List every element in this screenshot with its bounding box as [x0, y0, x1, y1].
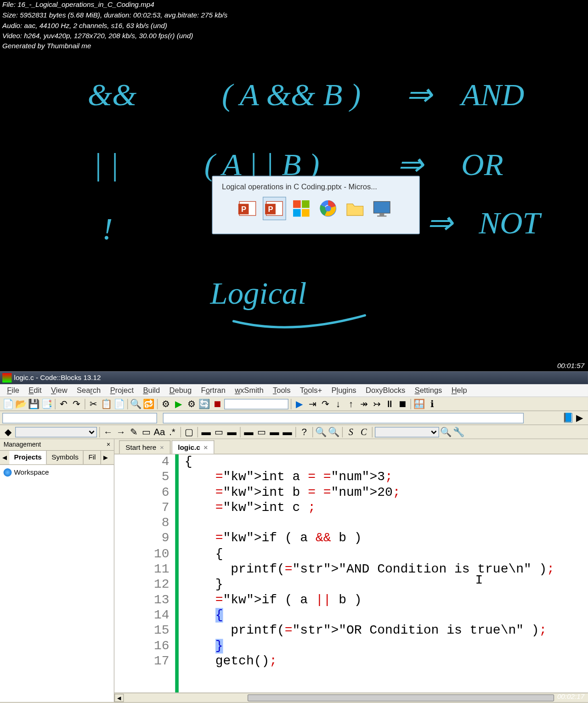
tab-projects[interactable]: Projects [9, 451, 47, 464]
copy-icon[interactable]: 📋 [101, 398, 112, 409]
menu-settings[interactable]: Settings [410, 385, 447, 396]
cut-icon[interactable]: ✂ [88, 398, 99, 409]
svg-rect-19 [302, 200, 310, 208]
abort-icon[interactable]: ⏹ [211, 398, 223, 409]
jump-back-icon[interactable]: ← [102, 426, 113, 437]
misc1-icon[interactable]: ▬ [200, 426, 212, 437]
search-combo[interactable] [375, 426, 439, 437]
misc5-icon[interactable]: ▭ [256, 426, 267, 437]
next-line-icon[interactable]: ↷ [319, 398, 331, 409]
menu-wxsmith[interactable]: wxSmith [230, 385, 268, 396]
block-icon[interactable]: ▢ [183, 426, 195, 437]
run-icon[interactable]: ▶ [173, 398, 184, 409]
misc6-icon[interactable]: ▬ [269, 426, 280, 437]
menu-view[interactable]: View [46, 385, 72, 396]
step-instr-icon[interactable]: ↣ [371, 398, 382, 409]
redo-icon[interactable]: ↷ [71, 398, 82, 409]
menu-fortran[interactable]: Fortran [196, 385, 230, 396]
rebuild-icon[interactable]: 🔄 [198, 398, 210, 409]
step-into-icon[interactable]: ↓ [332, 398, 344, 409]
function-combo[interactable] [163, 413, 524, 423]
misc2-icon[interactable]: ▭ [213, 426, 225, 437]
close-icon[interactable]: × [107, 441, 110, 449]
misc7-icon[interactable]: ▬ [282, 426, 293, 437]
tabs-right-arrow-icon[interactable]: ▶ [101, 451, 110, 464]
marker-icon[interactable]: ◆ [2, 426, 14, 437]
windows-icon[interactable] [289, 197, 313, 220]
ide-title-text: logic.c - Code::Blocks 13.12 [14, 374, 101, 382]
chm-icon[interactable]: ? [298, 426, 310, 437]
scroll-thumb[interactable] [248, 694, 554, 701]
misc3-icon[interactable]: ▬ [226, 426, 237, 437]
bookmark-combo[interactable] [15, 426, 97, 437]
options-icon[interactable]: 🔧 [453, 426, 464, 437]
tabs-left-arrow-icon[interactable]: ◀ [0, 451, 9, 464]
editor-tab-start-here[interactable]: Start here × [119, 440, 170, 454]
menu-doxyblocks[interactable]: DoxyBlocks [361, 385, 410, 396]
close-icon[interactable]: × [160, 443, 164, 452]
select-icon[interactable]: ▭ [141, 426, 152, 437]
paste-icon[interactable]: 📄 [113, 398, 125, 409]
menu-build[interactable]: Build [138, 385, 164, 396]
code-content[interactable]: { ="kw">int a = ="num">3; ="kw">int b = … [179, 454, 588, 693]
tab-symbols[interactable]: Symbols [47, 451, 84, 464]
svg-text:| |: | | [93, 147, 119, 182]
c-icon[interactable]: C [358, 426, 369, 437]
svg-rect-21 [302, 209, 310, 217]
code-editor[interactable]: 4567891011121314151617 { ="kw">int a = =… [114, 454, 588, 693]
zoom-in-icon[interactable]: 🔍 [315, 426, 327, 437]
menu-tools-plus[interactable]: Tools+ [295, 385, 327, 396]
doxyrun-icon[interactable]: ▶ [574, 412, 585, 424]
s-icon[interactable]: S [345, 426, 356, 437]
save-all-icon[interactable]: 📑 [41, 398, 52, 409]
highlight-icon[interactable]: ✎ [128, 426, 139, 437]
menu-project[interactable]: Project [105, 385, 138, 396]
search-go-icon[interactable]: 🔍 [440, 426, 452, 437]
menu-tools[interactable]: Tools [268, 385, 295, 396]
regex-icon[interactable]: .* [166, 426, 178, 437]
ide-titlebar[interactable]: logic.c - Code::Blocks 13.12 [0, 371, 588, 384]
break-icon[interactable]: ⏸ [384, 398, 395, 409]
build-run-icon[interactable]: ⚙ [186, 398, 197, 409]
chrome-icon[interactable] [317, 197, 340, 220]
powerpoint-icon[interactable]: P [236, 197, 259, 220]
close-icon[interactable]: × [204, 443, 208, 452]
menu-file[interactable]: File [2, 385, 24, 396]
save-icon[interactable]: 💾 [28, 398, 40, 409]
replace-icon[interactable]: 🔂 [143, 398, 154, 409]
menu-edit[interactable]: Edit [24, 385, 46, 396]
monitor-icon[interactable] [370, 197, 394, 220]
debug-continue-icon[interactable]: ▶ [294, 398, 305, 409]
find-icon[interactable]: 🔍 [130, 398, 141, 409]
menu-plugins[interactable]: Plugins [327, 385, 361, 396]
case-icon[interactable]: Aa [153, 426, 165, 437]
info-icon[interactable]: ℹ [426, 398, 438, 409]
undo-icon[interactable]: ↶ [58, 398, 69, 409]
folder-icon[interactable] [343, 197, 367, 220]
horizontal-scrollbar[interactable]: ◀ [114, 692, 588, 702]
menu-help[interactable]: Help [447, 385, 472, 396]
powerpoint-icon[interactable]: P [263, 197, 286, 220]
zoom-out-icon[interactable]: 🔍 [328, 426, 339, 437]
jump-fwd-icon[interactable]: → [115, 426, 126, 437]
menu-search[interactable]: Search [72, 385, 106, 396]
alt-tab-switcher[interactable]: Logical operations in C Coding.pptx - Mi… [212, 176, 419, 234]
build-target-combo[interactable] [224, 398, 288, 409]
next-instr-icon[interactable]: ↠ [358, 398, 369, 409]
svg-text:P: P [268, 205, 273, 214]
build-icon[interactable]: ⚙ [160, 398, 171, 409]
scope-combo[interactable] [2, 413, 157, 423]
scroll-left-icon[interactable]: ◀ [114, 693, 124, 702]
tab-files[interactable]: Fil [84, 451, 101, 464]
new-file-icon[interactable]: 📄 [2, 398, 14, 409]
open-icon[interactable]: 📂 [15, 398, 27, 409]
debug-windows-icon[interactable]: 🪟 [413, 398, 425, 409]
doxyblock-icon[interactable]: 📘 [562, 412, 574, 424]
step-out-icon[interactable]: ↑ [345, 398, 356, 409]
editor-tab-logic-c[interactable]: logic.c × [171, 440, 214, 454]
stop-icon[interactable]: ⏹ [396, 398, 408, 409]
misc4-icon[interactable]: ▬ [243, 426, 254, 437]
menu-debug[interactable]: Debug [164, 385, 196, 396]
run-to-cursor-icon[interactable]: ⇥ [306, 398, 318, 409]
workspace-item[interactable]: Workspace [0, 465, 114, 480]
